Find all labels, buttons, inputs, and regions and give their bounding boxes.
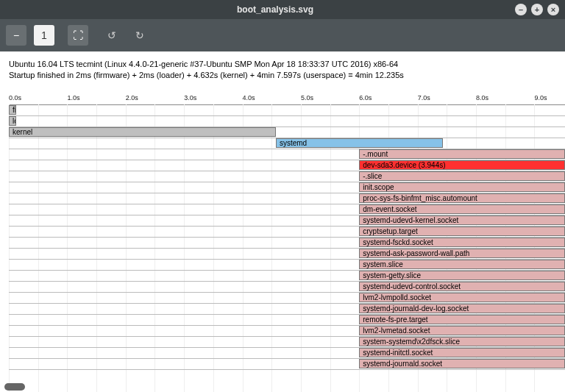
unit-bar: init.scope: [359, 182, 565, 192]
unit-bar: lvm2-lvmetad.socket: [359, 326, 565, 335]
chart-row: system-getty.slice: [9, 271, 565, 282]
unit-bar: loader: [9, 116, 16, 126]
tick-label: 6.0s: [359, 94, 372, 101]
chart-row: dev-sda3.device (3.944s): [9, 160, 565, 171]
titlebar: boot_analysis.svg – + ×: [0, 0, 565, 19]
rotate-right-button[interactable]: ↻: [129, 25, 150, 46]
unit-bar: lvm2-lvmpolld.socket: [359, 293, 565, 302]
svg-header: Ubuntu 16.04 LTS tecmint (Linux 4.4.0-21…: [0, 51, 565, 83]
unit-bar: cryptsetup.target: [359, 227, 565, 236]
tick-label: 0.0s: [9, 94, 21, 101]
chart-row: systemd-journald.socket: [9, 359, 565, 370]
tick-label: 5.0s: [301, 94, 313, 101]
unit-bar: -.mount: [359, 149, 565, 159]
document-viewer[interactable]: Ubuntu 16.04 LTS tecmint (Linux 4.4.0-21…: [0, 51, 565, 392]
unit-bar: systemd-udevd-kernel.socket: [359, 215, 565, 225]
tick-label: 4.0s: [243, 94, 255, 101]
unit-bar: system-systemd\x2dfsck.slice: [359, 337, 565, 346]
unit-bar: proc-sys-fs-binfmt_misc.automount: [359, 193, 565, 203]
tick-label: 7.0s: [418, 94, 430, 101]
chart-row: lvm2-lvmetad.socket: [9, 326, 565, 337]
fit-page-button[interactable]: ⛶: [68, 25, 88, 46]
zoom-level[interactable]: 1: [34, 25, 54, 46]
maximize-icon[interactable]: +: [531, 4, 543, 15]
unit-bar: systemd-journald.socket: [359, 359, 565, 368]
chart-row: systemd: [9, 138, 565, 149]
chart-row: firmware: [9, 105, 565, 116]
unit-bar: systemd-udevd-control.socket: [359, 282, 565, 291]
toolbar: − 1 ⛶ ↺ ↻: [0, 19, 565, 51]
window-title: boot_analysis.svg: [35, 4, 515, 15]
unit-bar: systemd-ask-password-wall.path: [359, 249, 565, 258]
chart-row: proc-sys-fs-binfmt_misc.automount: [9, 193, 565, 204]
boot-chart: 0.0s1.0s2.0s3.0s4.0s5.0s6.0s7.0s8.0s9.0s…: [9, 94, 565, 392]
tick-label: 9.0s: [534, 94, 547, 101]
unit-bar: systemd: [276, 138, 443, 148]
chart-row: systemd-udevd-kernel.socket: [9, 215, 565, 227]
chart-row: systemd-initctl.socket: [9, 348, 565, 359]
system-info-line: Ubuntu 16.04 LTS tecmint (Linux 4.4.0-21…: [9, 59, 556, 70]
unit-bar: systemd-fsckd.socket: [359, 238, 565, 247]
chart-row: system-systemd\x2dfsck.slice: [9, 337, 565, 348]
unit-bar: systemd-initctl.socket: [359, 348, 565, 357]
tick-label: 1.0s: [67, 94, 79, 101]
time-axis: 0.0s1.0s2.0s3.0s4.0s5.0s6.0s7.0s8.0s9.0s: [9, 94, 565, 105]
chart-rows: firmwareloaderkernelsystemd-.mountdev-sd…: [9, 105, 565, 370]
chart-row: systemd-journald-dev-log.socket: [9, 304, 565, 315]
unit-bar: kernel: [9, 127, 276, 137]
chart-row: -.mount: [9, 149, 565, 160]
close-icon[interactable]: ×: [547, 4, 559, 15]
chart-row: cryptsetup.target: [9, 227, 565, 238]
chart-row: loader: [9, 116, 565, 127]
minimize-icon[interactable]: –: [515, 4, 527, 15]
unit-bar: -.slice: [359, 171, 565, 181]
rotate-left-button[interactable]: ↺: [102, 25, 122, 46]
unit-bar: system.slice: [359, 260, 565, 269]
tick-label: 3.0s: [184, 94, 196, 101]
startup-summary-line: Startup finished in 2ms (firmware) + 2ms…: [9, 70, 556, 81]
chart-row: system.slice: [9, 260, 565, 271]
chart-row: systemd-udevd-control.socket: [9, 282, 565, 293]
chart-row: lvm2-lvmpolld.socket: [9, 293, 565, 304]
unit-bar: firmware: [9, 105, 16, 115]
tick-label: 8.0s: [476, 94, 488, 101]
unit-bar: system-getty.slice: [359, 271, 565, 280]
unit-bar: systemd-journald-dev-log.socket: [359, 304, 565, 313]
chart-row: -.slice: [9, 171, 565, 182]
unit-bar: remote-fs-pre.target: [359, 315, 565, 324]
unit-bar: dm-event.socket: [359, 204, 565, 214]
chart-row: remote-fs-pre.target: [9, 315, 565, 326]
chart-row: systemd-ask-password-wall.path: [9, 249, 565, 260]
tick-label: 2.0s: [126, 94, 138, 101]
chart-row: kernel: [9, 127, 565, 138]
chart-row: systemd-fsckd.socket: [9, 238, 565, 249]
chart-row: dm-event.socket: [9, 204, 565, 215]
zoom-out-button[interactable]: −: [6, 25, 26, 46]
chart-row: init.scope: [9, 182, 565, 193]
app-window: boot_analysis.svg – + × − 1 ⛶ ↺ ↻ Ubuntu…: [0, 0, 565, 392]
unit-bar: dev-sda3.device (3.944s): [359, 160, 565, 170]
horizontal-scrollbar-thumb[interactable]: [4, 383, 25, 391]
